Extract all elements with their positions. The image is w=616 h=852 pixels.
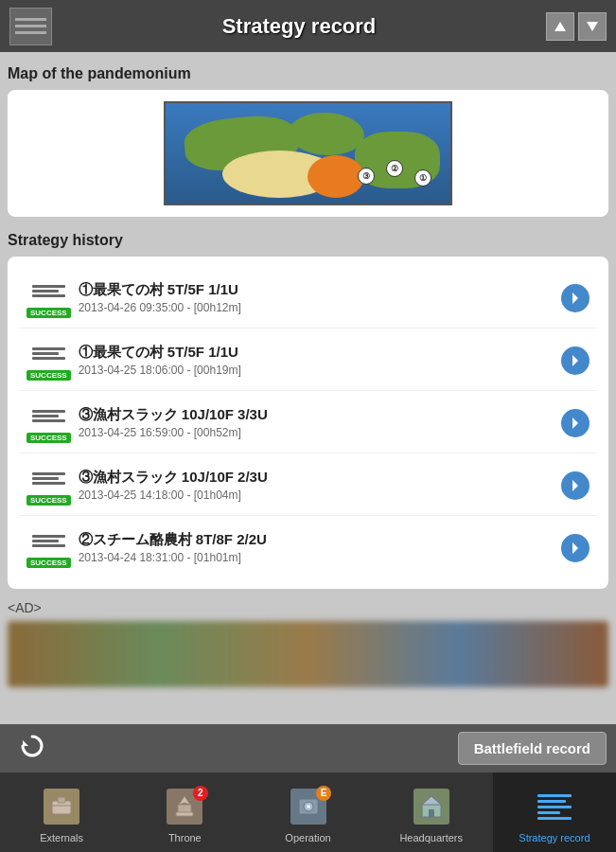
nav-arrows: [546, 12, 607, 41]
nav-label-externals: Externals: [40, 832, 83, 843]
operation-badge: E: [316, 786, 331, 801]
nav-bar: Externals 2 Throne: [0, 772, 616, 852]
nav-item-operation[interactable]: E Operation: [246, 772, 369, 852]
svg-rect-13: [176, 812, 193, 816]
externals-icon: [44, 789, 79, 825]
externals-icon-area: [41, 786, 83, 828]
svg-marker-6: [572, 542, 578, 554]
item-title: ③漁村スラック 10J/10F 2/3U: [79, 469, 554, 487]
ad-label: <AD>: [8, 600, 608, 615]
svg-marker-0: [554, 22, 566, 31]
item-arrow-button[interactable]: [561, 346, 590, 375]
list-item[interactable]: SUCCESS ①最果ての村 5T/5F 1/1U 2013-04-25 18:…: [19, 330, 597, 391]
svg-marker-4: [572, 417, 578, 429]
strategy-item-icon: [32, 465, 65, 491]
svg-marker-1: [587, 22, 598, 31]
item-date: 2013-04-24 18:31:00 - [01h01m]: [79, 551, 554, 564]
menu-icon[interactable]: [9, 8, 52, 45]
ad-section: <AD>: [8, 600, 608, 687]
map-marker-3: ③: [358, 168, 375, 185]
headquarters-icon: [414, 789, 449, 825]
item-text-4: ③漁村スラック 10J/10F 2/3U 2013-04-25 14:18:00…: [79, 469, 554, 502]
list-item[interactable]: SUCCESS ③漁村スラック 10J/10F 2/3U 2013-04-25 …: [19, 455, 597, 516]
svg-marker-2: [572, 293, 578, 304]
svg-marker-11: [179, 796, 190, 805]
list-item[interactable]: SUCCESS ②スチーム酪農村 8T/8F 2/2U 2013-04-24 1…: [19, 518, 597, 577]
item-left-4: SUCCESS: [26, 465, 71, 506]
map-image[interactable]: ① ② ③: [164, 101, 452, 205]
item-left-1: SUCCESS: [26, 277, 71, 318]
nav-label-headquarters: Headquarters: [399, 832, 463, 843]
item-text-3: ③漁村スラック 10J/10F 3/3U 2013-04-25 16:59:00…: [79, 406, 554, 439]
svg-point-16: [307, 805, 310, 808]
item-left-5: SUCCESS: [26, 527, 71, 568]
svg-marker-5: [572, 480, 578, 491]
success-badge: SUCCESS: [26, 495, 71, 506]
nav-label-operation: Operation: [285, 832, 330, 843]
main-content: Map of the pandemonium ① ② ③ Strategy hi…: [0, 52, 616, 724]
item-arrow-button[interactable]: [561, 409, 590, 437]
success-badge: SUCCESS: [26, 308, 71, 318]
nav-item-strategy-record[interactable]: Strategy record: [493, 772, 616, 852]
item-left-3: SUCCESS: [26, 402, 71, 443]
strategy-item-icon: [32, 340, 65, 366]
history-section-label: Strategy history: [8, 232, 608, 249]
nav-item-externals[interactable]: Externals: [0, 772, 123, 852]
item-date: 2013-04-25 14:18:00 - [01h04m]: [79, 488, 554, 502]
strategy-item-icon: [32, 527, 65, 554]
item-title: ③漁村スラック 10J/10F 3/3U: [79, 406, 554, 424]
battlefield-record-button[interactable]: Battlefield record: [458, 732, 607, 765]
success-badge: SUCCESS: [26, 370, 71, 381]
strategy-record-icon: [537, 789, 572, 825]
item-arrow-button[interactable]: [561, 534, 590, 562]
item-date: 2013-04-25 18:06:00 - [00h19m]: [79, 364, 554, 377]
item-text-5: ②スチーム酪農村 8T/8F 2/2U 2013-04-24 18:31:00 …: [79, 531, 554, 564]
history-card: SUCCESS ①最果ての村 5T/5F 1/1U 2013-04-26 09:…: [8, 257, 608, 589]
item-arrow-button[interactable]: [561, 284, 590, 312]
down-arrow-button[interactable]: [578, 12, 607, 41]
throne-icon-area: 2: [164, 786, 206, 828]
map-marker-2: ②: [386, 160, 403, 177]
refresh-icon[interactable]: [19, 733, 45, 763]
svg-marker-18: [422, 796, 441, 805]
throne-badge: 2: [193, 786, 208, 801]
svg-marker-3: [572, 355, 578, 366]
success-badge: SUCCESS: [26, 433, 71, 443]
item-arrow-button[interactable]: [561, 471, 590, 500]
success-badge: SUCCESS: [26, 558, 71, 568]
page-title: Strategy record: [52, 14, 546, 39]
svg-rect-9: [58, 797, 65, 803]
item-date: 2013-04-26 09:35:00 - [00h12m]: [79, 301, 554, 314]
up-arrow-button[interactable]: [546, 12, 574, 41]
map-card: ① ② ③: [8, 90, 608, 217]
bottom-action-bar: Battlefield record: [0, 724, 616, 772]
item-title: ②スチーム酪農村 8T/8F 2/2U: [79, 531, 554, 549]
svg-rect-19: [429, 809, 434, 817]
item-text-2: ①最果ての村 5T/5F 1/1U 2013-04-25 18:06:00 - …: [79, 344, 554, 377]
nav-item-throne[interactable]: 2 Throne: [123, 772, 246, 852]
strategy-item-icon: [32, 402, 65, 429]
map-section-label: Map of the pandemonium: [8, 65, 608, 82]
history-list: SUCCESS ①最果ての村 5T/5F 1/1U 2013-04-26 09:…: [19, 268, 597, 577]
app-header: Strategy record: [0, 0, 616, 52]
list-item[interactable]: SUCCESS ③漁村スラック 10J/10F 3/3U 2013-04-25 …: [19, 393, 597, 453]
item-title: ①最果ての村 5T/5F 1/1U: [79, 344, 554, 362]
ad-banner[interactable]: [8, 621, 608, 687]
svg-marker-7: [23, 740, 28, 746]
item-title: ①最果ての村 5T/5F 1/1U: [79, 281, 554, 299]
list-item[interactable]: SUCCESS ①最果ての村 5T/5F 1/1U 2013-04-26 09:…: [19, 268, 597, 328]
nav-label-throne: Throne: [168, 832, 202, 843]
strategy-icon-area: [533, 786, 575, 828]
item-text-1: ①最果ての村 5T/5F 1/1U 2013-04-26 09:35:00 - …: [79, 281, 554, 314]
strategy-item-icon: [32, 277, 65, 304]
nav-item-headquarters[interactable]: Headquarters: [370, 772, 493, 852]
map-marker-1: ①: [414, 169, 431, 186]
operation-icon-area: E: [287, 786, 329, 828]
item-left-2: SUCCESS: [26, 340, 71, 381]
nav-label-strategy-record: Strategy record: [519, 832, 590, 843]
headquarters-icon-area: [410, 786, 452, 828]
item-date: 2013-04-25 16:59:00 - [00h52m]: [79, 426, 554, 439]
